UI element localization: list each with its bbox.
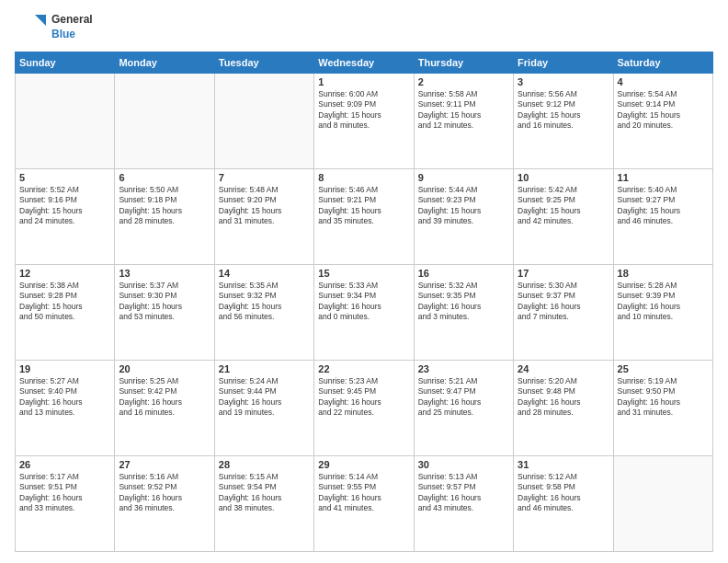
day-cell: 9Sunrise: 5:44 AM Sunset: 9:23 PM Daylig… — [414, 169, 513, 265]
day-cell: 25Sunrise: 5:19 AM Sunset: 9:50 PM Dayli… — [613, 361, 712, 456]
logo: GeneralBlue — [15, 11, 93, 44]
weekday-saturday: Saturday — [613, 52, 712, 74]
day-number: 20 — [119, 363, 210, 374]
weekday-thursday: Thursday — [414, 52, 513, 74]
weekday-header-row: SundayMondayTuesdayWednesdayThursdayFrid… — [16, 52, 713, 74]
day-info: Sunrise: 5:48 AM Sunset: 9:20 PM Dayligh… — [219, 185, 310, 227]
day-info: Sunrise: 5:23 AM Sunset: 9:45 PM Dayligh… — [318, 376, 409, 419]
day-number: 28 — [219, 459, 310, 470]
day-number: 12 — [19, 268, 110, 279]
day-number: 13 — [119, 268, 210, 279]
day-number: 25 — [618, 363, 709, 374]
day-cell: 24Sunrise: 5:20 AM Sunset: 9:48 PM Dayli… — [514, 361, 613, 456]
day-number: 24 — [518, 363, 609, 374]
day-cell: 5Sunrise: 5:52 AM Sunset: 9:16 PM Daylig… — [16, 169, 115, 265]
day-cell — [214, 74, 313, 169]
day-info: Sunrise: 5:35 AM Sunset: 9:32 PM Dayligh… — [219, 281, 310, 323]
day-number: 1 — [318, 76, 409, 87]
day-info: Sunrise: 5:28 AM Sunset: 9:39 PM Dayligh… — [618, 281, 709, 323]
day-cell: 12Sunrise: 5:38 AM Sunset: 9:28 PM Dayli… — [16, 265, 115, 361]
calendar-table: SundayMondayTuesdayWednesdayThursdayFrid… — [15, 52, 713, 552]
day-cell: 4Sunrise: 5:54 AM Sunset: 9:14 PM Daylig… — [613, 74, 712, 169]
day-info: Sunrise: 5:12 AM Sunset: 9:58 PM Dayligh… — [518, 472, 609, 514]
day-number: 11 — [618, 172, 709, 183]
day-number: 22 — [318, 363, 409, 374]
week-row-0: 1Sunrise: 6:00 AM Sunset: 9:09 PM Daylig… — [16, 74, 713, 169]
day-info: Sunrise: 5:25 AM Sunset: 9:42 PM Dayligh… — [119, 376, 210, 419]
day-cell: 18Sunrise: 5:28 AM Sunset: 9:39 PM Dayli… — [613, 265, 712, 361]
day-info: Sunrise: 5:50 AM Sunset: 9:18 PM Dayligh… — [119, 185, 210, 227]
day-cell — [16, 74, 115, 169]
day-cell: 10Sunrise: 5:42 AM Sunset: 9:25 PM Dayli… — [514, 169, 613, 265]
day-number: 8 — [318, 172, 409, 183]
day-cell: 11Sunrise: 5:40 AM Sunset: 9:27 PM Dayli… — [613, 169, 712, 265]
day-cell: 6Sunrise: 5:50 AM Sunset: 9:18 PM Daylig… — [115, 169, 214, 265]
day-info: Sunrise: 5:58 AM Sunset: 9:11 PM Dayligh… — [418, 89, 509, 132]
day-number: 14 — [219, 268, 310, 279]
day-number: 31 — [518, 459, 609, 470]
day-info: Sunrise: 5:37 AM Sunset: 9:30 PM Dayligh… — [119, 281, 210, 323]
header: GeneralBlue — [15, 11, 713, 44]
day-cell: 17Sunrise: 5:30 AM Sunset: 9:37 PM Dayli… — [514, 265, 613, 361]
day-number: 3 — [518, 76, 609, 87]
day-number: 30 — [418, 459, 509, 470]
day-info: Sunrise: 5:38 AM Sunset: 9:28 PM Dayligh… — [19, 281, 110, 323]
day-cell: 8Sunrise: 5:46 AM Sunset: 9:21 PM Daylig… — [314, 169, 414, 265]
day-info: Sunrise: 5:13 AM Sunset: 9:57 PM Dayligh… — [418, 472, 509, 514]
day-info: Sunrise: 5:32 AM Sunset: 9:35 PM Dayligh… — [418, 281, 509, 323]
day-number: 27 — [119, 459, 210, 470]
day-number: 6 — [119, 172, 210, 183]
day-number: 5 — [19, 172, 110, 183]
weekday-monday: Monday — [115, 52, 214, 74]
day-number: 4 — [618, 76, 709, 87]
day-info: Sunrise: 6:00 AM Sunset: 9:09 PM Dayligh… — [318, 89, 409, 132]
day-info: Sunrise: 5:54 AM Sunset: 9:14 PM Dayligh… — [618, 89, 709, 132]
week-row-3: 19Sunrise: 5:27 AM Sunset: 9:40 PM Dayli… — [16, 361, 713, 456]
day-number: 19 — [19, 363, 110, 374]
day-number: 10 — [518, 172, 609, 183]
day-info: Sunrise: 5:56 AM Sunset: 9:12 PM Dayligh… — [518, 89, 609, 132]
day-cell: 16Sunrise: 5:32 AM Sunset: 9:35 PM Dayli… — [414, 265, 513, 361]
day-number: 9 — [418, 172, 509, 183]
day-number: 17 — [518, 268, 609, 279]
day-cell: 20Sunrise: 5:25 AM Sunset: 9:42 PM Dayli… — [115, 361, 214, 456]
day-cell: 30Sunrise: 5:13 AM Sunset: 9:57 PM Dayli… — [414, 456, 513, 552]
week-row-4: 26Sunrise: 5:17 AM Sunset: 9:51 PM Dayli… — [16, 456, 713, 552]
week-row-1: 5Sunrise: 5:52 AM Sunset: 9:16 PM Daylig… — [16, 169, 713, 265]
day-cell — [115, 74, 214, 169]
weekday-friday: Friday — [514, 52, 613, 74]
day-cell: 31Sunrise: 5:12 AM Sunset: 9:58 PM Dayli… — [514, 456, 613, 552]
day-number: 18 — [618, 268, 709, 279]
day-cell: 15Sunrise: 5:33 AM Sunset: 9:34 PM Dayli… — [314, 265, 414, 361]
day-info: Sunrise: 5:14 AM Sunset: 9:55 PM Dayligh… — [318, 472, 409, 514]
svg-marker-0 — [35, 15, 46, 26]
day-number: 2 — [418, 76, 509, 87]
logo-blue: Blue — [51, 28, 93, 42]
weekday-tuesday: Tuesday — [214, 52, 313, 74]
day-info: Sunrise: 5:27 AM Sunset: 9:40 PM Dayligh… — [19, 376, 110, 419]
day-cell: 1Sunrise: 6:00 AM Sunset: 9:09 PM Daylig… — [314, 74, 414, 169]
day-cell: 14Sunrise: 5:35 AM Sunset: 9:32 PM Dayli… — [214, 265, 313, 361]
day-cell: 22Sunrise: 5:23 AM Sunset: 9:45 PM Dayli… — [314, 361, 414, 456]
day-cell: 26Sunrise: 5:17 AM Sunset: 9:51 PM Dayli… — [16, 456, 115, 552]
day-cell: 29Sunrise: 5:14 AM Sunset: 9:55 PM Dayli… — [314, 456, 414, 552]
day-info: Sunrise: 5:33 AM Sunset: 9:34 PM Dayligh… — [318, 281, 409, 323]
day-number: 16 — [418, 268, 509, 279]
day-info: Sunrise: 5:16 AM Sunset: 9:52 PM Dayligh… — [119, 472, 210, 514]
day-info: Sunrise: 5:19 AM Sunset: 9:50 PM Dayligh… — [618, 376, 709, 419]
day-cell: 7Sunrise: 5:48 AM Sunset: 9:20 PM Daylig… — [214, 169, 313, 265]
day-info: Sunrise: 5:40 AM Sunset: 9:27 PM Dayligh… — [618, 185, 709, 227]
day-info: Sunrise: 5:30 AM Sunset: 9:37 PM Dayligh… — [518, 281, 609, 323]
day-info: Sunrise: 5:24 AM Sunset: 9:44 PM Dayligh… — [219, 376, 310, 419]
page: GeneralBlue SundayMondayTuesdayWednesday… — [0, 0, 728, 563]
day-info: Sunrise: 5:17 AM Sunset: 9:51 PM Dayligh… — [19, 472, 110, 514]
day-info: Sunrise: 5:44 AM Sunset: 9:23 PM Dayligh… — [418, 185, 509, 227]
weekday-wednesday: Wednesday — [314, 52, 414, 74]
day-cell: 2Sunrise: 5:58 AM Sunset: 9:11 PM Daylig… — [414, 74, 513, 169]
day-cell: 23Sunrise: 5:21 AM Sunset: 9:47 PM Dayli… — [414, 361, 513, 456]
day-cell: 19Sunrise: 5:27 AM Sunset: 9:40 PM Dayli… — [16, 361, 115, 456]
day-info: Sunrise: 5:46 AM Sunset: 9:21 PM Dayligh… — [318, 185, 409, 227]
week-row-2: 12Sunrise: 5:38 AM Sunset: 9:28 PM Dayli… — [16, 265, 713, 361]
day-number: 7 — [219, 172, 310, 183]
day-number: 29 — [318, 459, 409, 470]
